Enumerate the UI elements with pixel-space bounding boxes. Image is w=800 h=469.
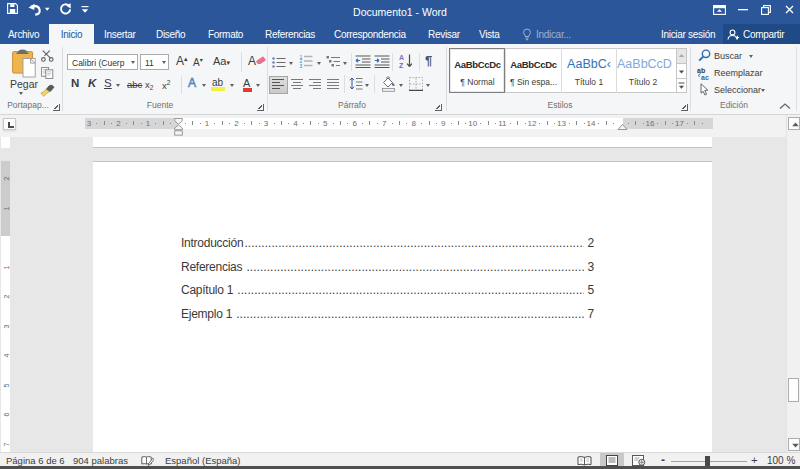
svg-text:3: 3 <box>300 63 303 68</box>
svg-text:Z: Z <box>399 62 404 69</box>
svg-text:ab: ab <box>697 67 705 74</box>
svg-text:A: A <box>399 54 404 61</box>
svg-text:ac: ac <box>701 74 709 81</box>
